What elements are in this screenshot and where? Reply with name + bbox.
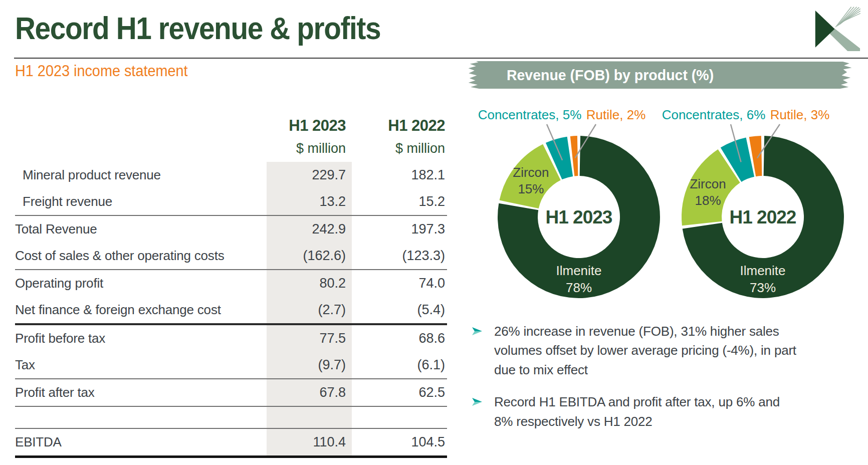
table-row: Profit after tax67.862.5 — [15, 379, 447, 407]
donut-label: Ilmenite — [740, 263, 785, 278]
row-label: Tax — [15, 357, 267, 373]
table-spacer-row — [15, 407, 447, 429]
row-value-h1-2023: 77.5 — [267, 325, 352, 352]
row-value-h1-2022: 15.2 — [352, 194, 447, 209]
row-value-h1-2023: 80.2 — [267, 270, 352, 297]
bullet-arrow-icon — [471, 325, 483, 337]
page-title: Record H1 revenue & profits — [15, 10, 380, 46]
row-value-h1-2022: 197.3 — [352, 221, 447, 237]
donut-center-label: H1 2022 — [730, 207, 796, 227]
row-label: Profit after tax — [15, 385, 267, 400]
donut-label: Ilmenite — [556, 263, 601, 278]
logo-sage-band — [829, 29, 860, 51]
row-value-h1-2023: 229.7 — [267, 162, 352, 188]
row-label: Freight revenue — [15, 194, 267, 209]
donut-chart-h1-2023: Ilmenite78%Zircon15%Concentrates, 5%Ruti… — [474, 99, 685, 302]
table-row: Profit before tax77.568.6 — [15, 325, 447, 352]
donut-center-label: H1 2023 — [546, 207, 612, 227]
slide: Record H1 revenue & profits H1 2023 inco… — [0, 0, 868, 465]
row-value-h1-2022: 104.5 — [352, 434, 447, 450]
donut-label: Concentrates, 5% — [478, 107, 582, 122]
row-value-h1-2023: (9.7) — [267, 352, 352, 378]
bullet-text: 26% increase in revenue (FOB), 31% highe… — [494, 322, 802, 379]
row-value-h1-2022: 182.1 — [352, 167, 447, 183]
bullet-arrow-icon — [471, 396, 483, 408]
table-row: Mineral product revenue229.7182.1 — [15, 162, 447, 188]
row-value-h1-2022: 62.5 — [352, 385, 447, 400]
kenmare-k-logo — [814, 4, 860, 52]
row-label: Net finance & foreign exchange cost — [15, 302, 267, 318]
row-value-h1-2023: 110.4 — [267, 429, 352, 455]
donut-label: Rutile, 2% — [586, 107, 646, 122]
chart-section-title: Revenue (FOB) by product (%) — [468, 61, 714, 89]
donut-label: Rutile, 3% — [770, 107, 830, 122]
row-value-h1-2023: (2.7) — [267, 297, 352, 323]
bullet-item: 26% increase in revenue (FOB), 31% highe… — [471, 322, 802, 379]
income-table-body: Mineral product revenue229.7182.1Freight… — [15, 162, 447, 458]
column-unit-h1-2022: $ million — [352, 141, 447, 156]
table-row: Operating profit80.274.0 — [15, 270, 447, 297]
logo-sage-lines — [835, 7, 860, 27]
table-header-row: H1 2023 H1 2022 — [15, 103, 447, 135]
column-unit-h1-2023: $ million — [267, 141, 352, 156]
donut-label: Concentrates, 6% — [662, 107, 766, 122]
row-value-h1-2022: (6.1) — [352, 357, 447, 373]
title-divider — [14, 58, 868, 59]
bullet-text: Record H1 EBITDA and profit after tax, u… — [494, 392, 802, 431]
donut-label: 18% — [695, 193, 721, 208]
row-label: Cost of sales & other operating costs — [15, 248, 267, 264]
row-label: Mineral product revenue — [15, 167, 267, 183]
table-row: Net finance & foreign exchange cost(2.7)… — [15, 297, 447, 325]
page-subtitle: H1 2023 income statement — [15, 62, 188, 80]
row-label: Operating profit — [15, 276, 267, 291]
row-label: Total Revenue — [15, 221, 267, 237]
commentary-bullets: 26% increase in revenue (FOB), 31% highe… — [471, 322, 802, 444]
column-header-h1-2022: H1 2022 — [352, 117, 447, 135]
income-statement-table: H1 2023 H1 2022 $ million $ million Mine… — [15, 103, 447, 458]
row-value-h1-2023 — [267, 407, 352, 428]
row-label: EBITDA — [15, 434, 267, 450]
bullet-item: Record H1 EBITDA and profit after tax, u… — [471, 392, 802, 431]
chart-section-banner: Revenue (FOB) by product (%) — [468, 61, 852, 89]
column-header-h1-2023: H1 2023 — [267, 117, 352, 135]
donut-label: Zircon — [513, 165, 549, 180]
donut-label: 78% — [566, 280, 592, 295]
row-value-h1-2022: (5.4) — [352, 302, 447, 318]
table-row: Freight revenue13.215.2 — [15, 188, 447, 216]
table-row: EBITDA110.4104.5 — [15, 429, 447, 458]
table-row: Cost of sales & other operating costs(16… — [15, 243, 447, 270]
donut-chart-h1-2022: Ilmenite73%Zircon18%Concentrates, 6%Ruti… — [658, 99, 868, 302]
table-row: Total Revenue242.9197.3 — [15, 216, 447, 243]
row-value-h1-2023: 242.9 — [267, 216, 352, 243]
row-value-h1-2022: (123.3) — [352, 248, 447, 264]
row-value-h1-2022: 74.0 — [352, 276, 447, 291]
row-value-h1-2023: 13.2 — [267, 188, 352, 215]
donut-label: 15% — [518, 181, 544, 196]
row-label: Profit before tax — [15, 331, 267, 346]
logo-dark-triangle — [815, 11, 835, 48]
row-value-h1-2023: (162.6) — [267, 243, 352, 269]
table-units-row: $ million $ million — [15, 135, 447, 162]
table-row: Tax(9.7)(6.1) — [15, 352, 447, 379]
row-value-h1-2022: 68.6 — [352, 331, 447, 346]
donut-label: 73% — [750, 280, 776, 295]
row-value-h1-2023: 67.8 — [267, 379, 352, 406]
donut-label: Zircon — [690, 176, 726, 191]
